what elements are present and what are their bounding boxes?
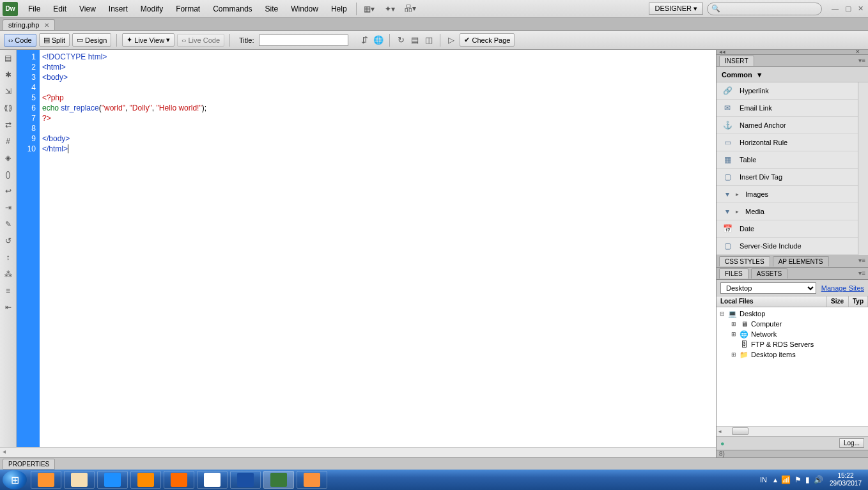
tree-ftp-rds-servers[interactable]: 🗄FTP & RDS Servers	[717, 339, 868, 349]
insert-images[interactable]: ▾▸Images	[717, 186, 858, 203]
insert-date[interactable]: 📅Date	[717, 220, 858, 238]
menu-edit[interactable]: Edit	[47, 2, 73, 16]
outdent-icon[interactable]: ⇤	[3, 302, 14, 313]
insert-server-side-include[interactable]: ▢Server-Side Include	[717, 238, 858, 255]
menu-window[interactable]: Window	[284, 2, 325, 16]
action-icon[interactable]: ⚑	[794, 475, 802, 484]
menu-site[interactable]: Site	[259, 2, 285, 16]
visual-aids-icon[interactable]: ◫	[423, 34, 435, 46]
line-num-icon[interactable]: #	[3, 135, 14, 147]
collapse-icon[interactable]: ✱	[3, 69, 14, 80]
insert-table[interactable]: ▦Table	[717, 151, 858, 169]
css-styles-tab[interactable]: CSS STYLES	[719, 256, 770, 266]
layout-icon[interactable]: ▦▾	[360, 3, 378, 15]
taskbar-chrome[interactable]	[197, 471, 228, 489]
syntax-icon[interactable]: ()	[3, 169, 14, 180]
title-input[interactable]	[259, 34, 348, 46]
tree-computer[interactable]: ⊞🖥Computer	[717, 319, 868, 329]
files-tree[interactable]: ⊟💻Desktop⊞🖥Computer⊞🌐Network🗄FTP & RDS S…	[717, 307, 868, 425]
volume-icon[interactable]: 🔊	[814, 475, 823, 484]
balance-icon[interactable]: ⇄	[3, 119, 14, 130]
insert-category[interactable]: Common▼	[717, 67, 868, 82]
validate-icon[interactable]: ▷	[446, 34, 457, 46]
code-content[interactable]: <!DOCTYPE html><html><body><?phpecho str…	[40, 50, 716, 447]
tab-close-icon[interactable]: ✕	[44, 22, 49, 29]
format-icon[interactable]: ≡	[3, 285, 14, 296]
menu-view[interactable]: View	[73, 2, 102, 16]
insert-scrollbar[interactable]	[858, 82, 868, 255]
menu-file[interactable]: File	[22, 2, 47, 16]
menu-insert[interactable]: Insert	[102, 2, 134, 16]
menu-format[interactable]: Format	[169, 2, 206, 16]
site-icon[interactable]: 品▾	[401, 3, 419, 15]
comment-icon[interactable]: ⁂	[3, 268, 14, 280]
insert-email-link[interactable]: ✉Email Link	[717, 100, 858, 117]
highlight-icon[interactable]: ◈	[3, 152, 14, 164]
panel-menu-icon[interactable]: ▾≡	[858, 270, 865, 277]
battery-icon[interactable]: ▮	[805, 475, 810, 484]
split-view-button[interactable]: ▤ Split	[39, 33, 70, 47]
menu-commands[interactable]: Commands	[206, 2, 258, 16]
files-h-scrollbar[interactable]: ◂	[717, 426, 868, 436]
insert-insert-div-tag[interactable]: ▢Insert Div Tag	[717, 169, 858, 186]
site-select[interactable]: Desktop	[720, 282, 816, 294]
expand-icon[interactable]: ⇲	[3, 86, 14, 97]
insert-media[interactable]: ▾▸Media	[717, 203, 858, 220]
menu-modify[interactable]: Modify	[134, 2, 169, 16]
extend-icon[interactable]: ✦▾	[381, 3, 399, 15]
indent-icon[interactable]: ⇥	[3, 202, 14, 213]
snippets-icon[interactable]: ✎	[3, 218, 14, 230]
design-view-button[interactable]: ▭ Design	[72, 33, 111, 47]
insert-tab[interactable]: INSERT	[719, 56, 754, 66]
window-controls: — ▢ ✕	[830, 4, 865, 13]
start-button[interactable]	[3, 470, 27, 489]
log-button[interactable]: Log...	[839, 438, 864, 448]
live-view-button[interactable]: ✦ Live View ▾	[122, 33, 174, 47]
view-options-icon[interactable]: ▤	[409, 34, 421, 46]
wrap-icon[interactable]: ↩	[3, 185, 14, 197]
move-icon[interactable]: ↕	[3, 252, 14, 263]
taskbar-explorer[interactable]	[64, 471, 95, 489]
select-parent-icon[interactable]: ⟪⟫	[3, 102, 14, 114]
taskbar-kupu[interactable]	[130, 471, 161, 489]
minimize-icon[interactable]: —	[830, 4, 841, 13]
taskbar-xampp[interactable]	[297, 471, 327, 489]
panel-menu-icon[interactable]: ▾≡	[858, 57, 865, 64]
check-page-button[interactable]: ✔ Check Page	[460, 33, 515, 47]
tree-desktop-items[interactable]: ⊞📁Desktop items	[717, 349, 868, 360]
file-mgmt-icon[interactable]: ⇵	[359, 34, 370, 46]
network-icon[interactable]: 📶	[781, 475, 791, 484]
workspace-switcher[interactable]: DESIGNER ▾	[649, 3, 703, 15]
taskbar-malwarebytes[interactable]	[230, 471, 261, 489]
refresh-icon[interactable]: ↻	[395, 34, 407, 46]
maximize-icon[interactable]: ▢	[843, 4, 853, 13]
taskbar-media-player[interactable]	[31, 471, 61, 489]
panel-menu-icon[interactable]: ▾≡	[858, 257, 865, 264]
close-icon[interactable]: ✕	[856, 4, 865, 13]
taskbar-firefox[interactable]	[164, 471, 194, 489]
preview-icon[interactable]: 🌐	[373, 34, 384, 46]
tray-up-icon[interactable]: ▴	[773, 475, 777, 484]
insert-hyperlink[interactable]: 🔗Hyperlink	[717, 82, 858, 100]
code-editor[interactable]: ▤ ✱ ⇲ ⟪⟫ ⇄ # ◈ () ↩ ⇥ ✎ ↺ ↕ ⁂ ≡ ⇤ 123456…	[0, 50, 716, 447]
recent-icon[interactable]: ↺	[3, 235, 14, 247]
taskbar-dreamweaver[interactable]	[263, 471, 294, 489]
menu-help[interactable]: Help	[325, 2, 353, 16]
properties-tab[interactable]: PROPERTIES	[3, 459, 55, 470]
search-box[interactable]: 🔍	[707, 3, 822, 15]
insert-horizontal-rule[interactable]: ▭Horizontal Rule	[717, 134, 858, 151]
code-view-button[interactable]: ‹› Code	[4, 34, 36, 47]
ap-elements-tab[interactable]: AP ELEMENTS	[773, 256, 829, 266]
language-indicator[interactable]: IN	[760, 476, 767, 484]
insert-named-anchor[interactable]: ⚓Named Anchor	[717, 117, 858, 134]
clock[interactable]: 15:22 29/03/2017	[830, 472, 862, 487]
files-tab[interactable]: FILES	[719, 268, 748, 279]
assets-tab[interactable]: ASSETS	[751, 268, 787, 279]
taskbar-ie[interactable]	[97, 471, 128, 489]
tree-desktop[interactable]: ⊟💻Desktop	[717, 309, 868, 319]
open-docs-icon[interactable]: ▤	[3, 52, 14, 64]
document-tab[interactable]: string.php ✕	[3, 19, 55, 30]
manage-sites-link[interactable]: Manage Sites	[821, 284, 864, 292]
tree-network[interactable]: ⊞🌐Network	[717, 329, 868, 339]
h-scrollbar[interactable]: ◂	[0, 447, 716, 457]
